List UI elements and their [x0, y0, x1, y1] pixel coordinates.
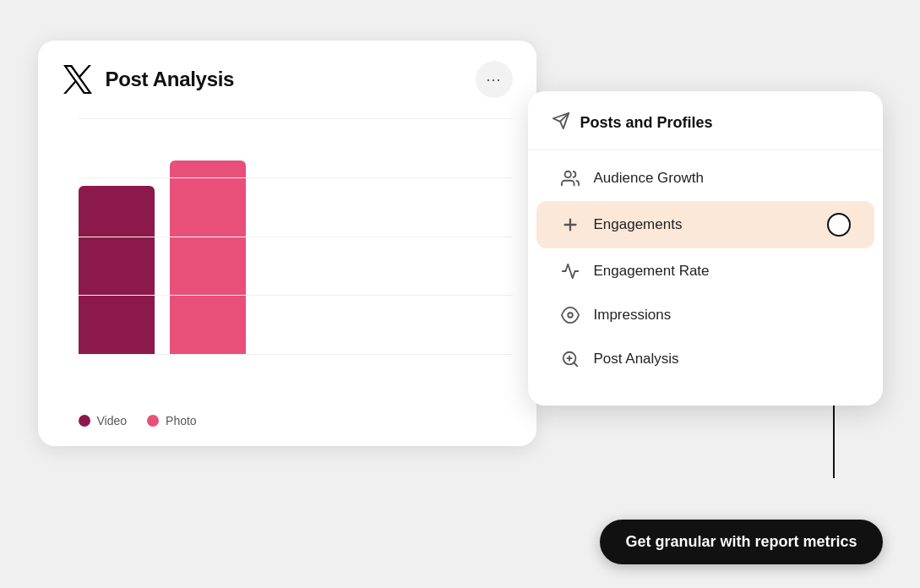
menu-label-audience-growth: Audience Growth [594, 170, 704, 187]
legend-item-video: Video [79, 414, 128, 427]
audience-icon [560, 169, 580, 188]
tooltip: Get granular with report metrics [600, 520, 882, 564]
menu-item-post-analysis[interactable]: Post Analysis [536, 338, 874, 380]
legend-item-photo: Photo [147, 414, 197, 427]
plus-icon [560, 215, 580, 234]
send-icon [552, 112, 570, 134]
legend-label-video: Video [97, 414, 128, 427]
menu-label-engagements: Engagements [594, 216, 683, 233]
header-left: Post Analysis [62, 63, 235, 95]
svg-point-5 [568, 313, 573, 318]
bar-video [79, 186, 155, 355]
menu-item-engagement-rate[interactable]: Engagement Rate [536, 250, 874, 292]
post-chart-icon [560, 350, 580, 368]
menu-label-engagement-rate: Engagement Rate [594, 263, 710, 280]
menu-label-post-analysis: Post Analysis [594, 351, 679, 368]
menu-item-audience-growth[interactable]: Audience Growth [536, 157, 874, 199]
main-card: Post Analysis ··· Video [38, 41, 536, 446]
scene: Post Analysis ··· Video [38, 24, 883, 564]
menu-label-impressions: Impressions [594, 307, 672, 324]
svg-point-2 [564, 172, 570, 177]
page-title: Post Analysis [106, 68, 235, 91]
eye-icon [560, 306, 580, 324]
chart-legend: Video Photo [38, 399, 536, 427]
dropdown-section-header: Posts and Profiles [528, 112, 883, 150]
dropdown-menu: Posts and Profiles Audience Growth [528, 91, 883, 406]
legend-label-photo: Photo [166, 414, 197, 427]
card-header: Post Analysis ··· [38, 41, 536, 112]
svg-line-7 [574, 362, 577, 366]
dropdown-section-title: Posts and Profiles [580, 114, 713, 132]
chart-line-icon [560, 262, 580, 280]
chart-area [38, 112, 536, 399]
engagements-circle-indicator [827, 213, 851, 237]
legend-dot-video [79, 415, 90, 427]
more-button[interactable]: ··· [476, 61, 513, 98]
legend-dot-photo [147, 415, 159, 427]
menu-item-impressions[interactable]: Impressions [536, 294, 874, 336]
bars-container [62, 118, 513, 355]
x-logo [62, 63, 94, 95]
menu-item-engagements[interactable]: Engagements [536, 201, 874, 248]
bar-photo [170, 161, 246, 355]
